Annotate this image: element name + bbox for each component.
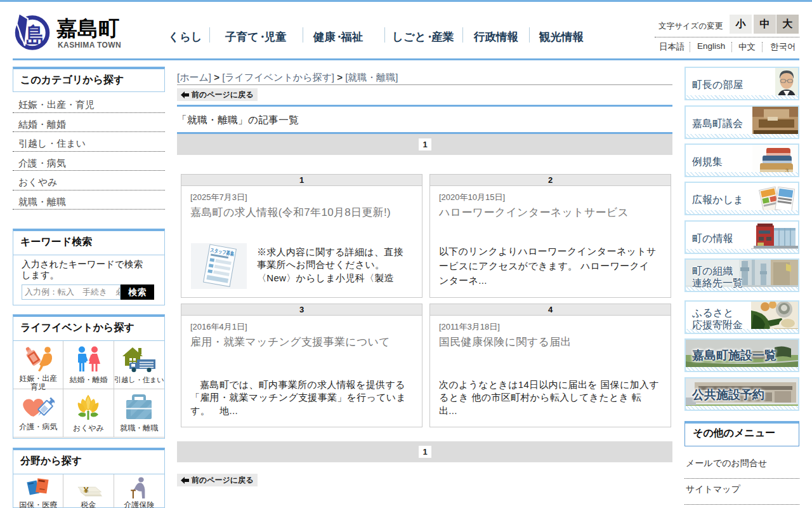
svg-text:¥: ¥: [84, 485, 89, 495]
svg-text:島: 島: [27, 23, 44, 49]
